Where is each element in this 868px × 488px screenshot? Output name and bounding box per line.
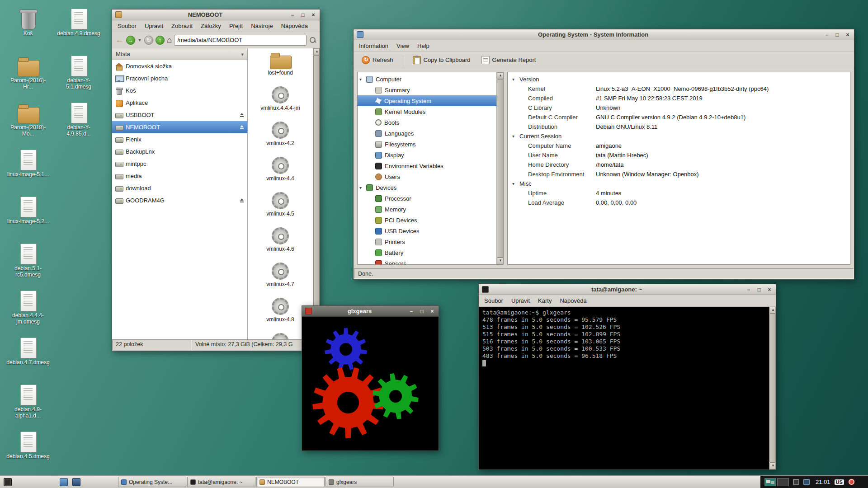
menu-item[interactable]: Nápověda bbox=[277, 21, 312, 31]
section-header-version[interactable]: Version bbox=[508, 75, 850, 84]
search-icon[interactable] bbox=[309, 36, 317, 44]
history-chevron-icon[interactable] bbox=[137, 38, 142, 42]
scroll-up-icon[interactable] bbox=[769, 307, 776, 314]
taskbar-button[interactable]: glxgears bbox=[326, 477, 394, 487]
glxgears-titlebar[interactable]: glxgears bbox=[302, 306, 439, 317]
menu-item[interactable]: Karty bbox=[534, 296, 556, 305]
desktop-icon[interactable]: debian.4.4.4-jm.dmesg bbox=[5, 287, 52, 334]
file-item[interactable]: lost+found bbox=[257, 51, 304, 86]
desktop-icon[interactable]: debian.4.9-alpha1.d... bbox=[5, 381, 52, 428]
launcher-icon-1[interactable] bbox=[60, 478, 68, 486]
place-item[interactable]: Koš bbox=[112, 84, 247, 97]
taskbar-button[interactable]: Operating Syste... bbox=[118, 477, 186, 487]
menu-item[interactable]: Help bbox=[413, 41, 434, 51]
desktop-icon[interactable]: debian.4.7.dmesg bbox=[5, 334, 52, 381]
tree-item[interactable]: PCI Devices bbox=[358, 215, 496, 225]
tree-item[interactable]: Display bbox=[358, 150, 496, 160]
info-row[interactable]: Uptime 4 minutes bbox=[508, 188, 850, 198]
chevron-down-icon[interactable] bbox=[241, 51, 244, 57]
scrollbar-thumb[interactable] bbox=[497, 79, 503, 258]
expander-icon[interactable] bbox=[512, 181, 519, 186]
info-row[interactable]: Desktop Environment Unknown (Window Mana… bbox=[508, 169, 850, 179]
tree-item[interactable]: Environment Variables bbox=[358, 160, 496, 171]
minimize-icon[interactable] bbox=[745, 286, 752, 293]
tree-item[interactable]: USB Devices bbox=[358, 225, 496, 236]
tree-item[interactable]: Memory bbox=[358, 204, 496, 215]
menu-item[interactable]: Záložky bbox=[197, 21, 225, 31]
taskbar-button[interactable]: NEMOBOOT bbox=[256, 477, 325, 487]
section-header-misc[interactable]: Misc bbox=[508, 179, 850, 188]
scroll-down-icon[interactable] bbox=[769, 463, 776, 469]
tree-item[interactable]: Sensors bbox=[358, 258, 496, 264]
taskbar-button[interactable]: tata@amigaone: ~ bbox=[187, 477, 255, 487]
file-item[interactable]: vmlinux-4.2 bbox=[257, 122, 304, 157]
tree-item[interactable]: Summary bbox=[358, 84, 496, 95]
files-scrollbar[interactable] bbox=[313, 48, 320, 339]
reload-icon[interactable] bbox=[144, 36, 153, 45]
menu-item[interactable]: Nápověda bbox=[556, 296, 590, 305]
place-item[interactable]: Fienix bbox=[112, 133, 247, 145]
place-item[interactable]: USBBOOT bbox=[112, 109, 247, 121]
menu-item[interactable]: Zobrazit bbox=[167, 21, 197, 31]
launcher-icon-2[interactable] bbox=[72, 478, 80, 486]
path-input[interactable] bbox=[174, 35, 307, 46]
menu-item[interactable]: Soubor bbox=[480, 296, 507, 305]
info-row[interactable]: Default C Compiler GNU C Compiler versio… bbox=[508, 113, 850, 122]
forward-icon[interactable] bbox=[126, 36, 135, 45]
maximize-icon[interactable] bbox=[834, 32, 840, 38]
desktop-icon[interactable]: debian-Y-5.1.dmesg bbox=[55, 52, 102, 99]
place-item[interactable]: Aplikace bbox=[112, 97, 247, 109]
terminal-output[interactable]: tata@amigaone:~$ glxgears478 frames in 5… bbox=[479, 307, 769, 469]
section-header-current-session[interactable]: Current Session bbox=[508, 131, 850, 141]
desktop-icon[interactable]: Parom-(2016)-Hr... bbox=[5, 52, 52, 99]
expander-icon[interactable] bbox=[512, 134, 519, 139]
minimize-icon[interactable] bbox=[289, 12, 296, 18]
place-item[interactable]: NEMOBOOT bbox=[112, 121, 247, 133]
info-row[interactable]: User Name tata (Martin Hrebec) bbox=[508, 150, 850, 160]
file-item[interactable]: vmlinux-4.5 bbox=[257, 192, 304, 227]
sysinfo-titlebar[interactable]: Operating System - System Information bbox=[354, 29, 854, 40]
desktop-icon[interactable]: linux-image-5.2... bbox=[5, 193, 52, 240]
menu-item[interactable]: Nástroje bbox=[247, 21, 277, 31]
tree-item[interactable]: Devices bbox=[358, 182, 496, 193]
info-row[interactable]: Load Average 0,00, 0,00, 0,00 bbox=[508, 198, 850, 207]
tree-item[interactable]: Computer bbox=[358, 74, 496, 84]
workspace-2[interactable] bbox=[777, 478, 789, 486]
expander-icon[interactable] bbox=[359, 185, 366, 190]
expander-icon[interactable] bbox=[512, 77, 519, 82]
desktop-icon[interactable]: debian.4.9.dmesg bbox=[55, 5, 102, 52]
refresh-button[interactable]: Refresh bbox=[357, 54, 398, 66]
file-item[interactable]: vmlinux-4.6 bbox=[257, 227, 304, 263]
tree-item[interactable]: Printers bbox=[358, 236, 496, 247]
file-item[interactable]: vmlinux.4.4.4-jm bbox=[257, 86, 304, 122]
menu-item[interactable]: Soubor bbox=[113, 21, 141, 31]
menu-item[interactable]: Upravit bbox=[141, 21, 167, 31]
tree-item[interactable]: Boots bbox=[358, 117, 496, 128]
power-icon[interactable] bbox=[848, 479, 855, 485]
fm-files-panel[interactable]: lost+found vmlinux.4.4.4-jm vmlinux-4.2 bbox=[248, 48, 313, 339]
terminal-body[interactable]: tata@amigaone:~$ glxgears478 frames in 5… bbox=[479, 307, 776, 469]
tree-item[interactable]: Battery bbox=[358, 247, 496, 258]
clock[interactable]: 21:01 bbox=[816, 479, 830, 485]
workspace-1[interactable] bbox=[764, 478, 776, 486]
keyboard-layout-indicator[interactable]: US bbox=[835, 479, 844, 485]
generate-report-button[interactable]: Generate Report bbox=[477, 54, 541, 66]
info-row[interactable]: Kernel Linux 5.2-a3_A-EON_X1000_Nemo-096… bbox=[508, 84, 850, 94]
desktop-icon[interactable]: debian.4.5.dmesg bbox=[5, 428, 52, 475]
tree-item[interactable]: Processor bbox=[358, 193, 496, 204]
tree-scrollbar[interactable] bbox=[496, 72, 503, 264]
desktop-icon[interactable]: debian.5.1-rc5.dmesg bbox=[5, 240, 52, 287]
minimize-icon[interactable] bbox=[824, 32, 830, 38]
minimize-icon[interactable] bbox=[408, 308, 415, 314]
desktop[interactable]: Koš Parom-(2016)-Hr... Parom-(2018)-Mo..… bbox=[0, 0, 868, 488]
tree-item[interactable]: Operating System bbox=[358, 95, 496, 106]
desktop-icon[interactable]: Koš bbox=[5, 5, 52, 52]
place-item[interactable]: Domovská složka bbox=[112, 60, 247, 72]
fm-titlebar[interactable]: NEMOBOOT bbox=[112, 9, 320, 20]
place-item[interactable]: mintppc bbox=[112, 158, 247, 170]
tree-item[interactable]: Filesystems bbox=[358, 139, 496, 150]
terminal-titlebar[interactable]: tata@amigaone: ~ bbox=[479, 284, 776, 295]
eject-icon[interactable] bbox=[240, 125, 244, 130]
desktop-icon[interactable]: linux-image-5.1... bbox=[5, 146, 52, 193]
workspace-pager[interactable] bbox=[764, 478, 789, 486]
